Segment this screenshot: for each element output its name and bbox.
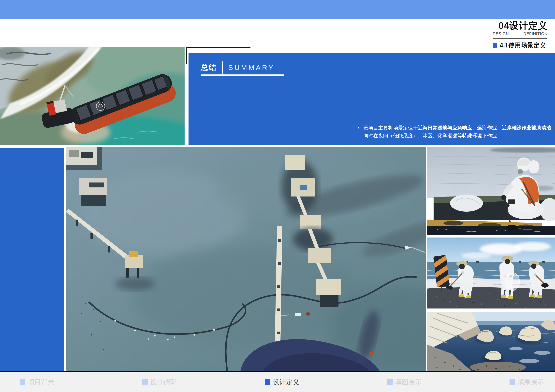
oiled-rocky-shore-photo	[427, 312, 555, 371]
section-heading: 4.1使用场景定义	[493, 41, 548, 50]
left-accent-panel	[0, 148, 64, 371]
nav-item-label: 项目背景	[28, 377, 54, 387]
bullet-icon: •	[358, 124, 363, 132]
shipwreck-aerial-photo	[0, 47, 185, 145]
nav-marker-icon	[142, 379, 148, 385]
nav-item-results-display[interactable]: 成果展示	[510, 372, 544, 392]
nav-item-label: 设计调研	[150, 377, 177, 387]
section-marker-icon	[493, 43, 497, 48]
summary-title-zh: 总结	[201, 62, 217, 73]
section-heading-label: 4.1使用场景定义	[500, 41, 546, 50]
oil-boom-harbor-photo	[66, 147, 426, 371]
summary-title-en: SUMMARY	[228, 64, 275, 72]
section-nav-bar: 项目背景 设计调研 设计定义 草图展示 成果展示	[0, 372, 555, 392]
summary-underline	[201, 74, 284, 76]
vertical-divider	[222, 61, 223, 74]
nav-item-design-research[interactable]: 设计调研	[142, 372, 177, 392]
beach-cleanup-workers-photo	[427, 238, 555, 308]
header-divider	[493, 38, 548, 38]
subtitle-word-design: DESIGN	[493, 31, 509, 36]
boat-cleanup-worker-photo	[427, 147, 555, 235]
summary-points: •该项目主要将场景定位于近海日常巡航与应急响应、远海作业、近岸滩涂作业辅助清洁 …	[358, 124, 551, 140]
nav-item-sketch-display[interactable]: 草图展示	[387, 372, 422, 392]
nav-item-label: 草图展示	[395, 377, 422, 387]
page-title: 04设计定义	[493, 21, 548, 30]
nav-item-project-background[interactable]: 项目背景	[20, 372, 54, 392]
summary-bullet-line: 同时在夜间（低能见度）、冰区、化学泄漏等特殊环境下作业	[358, 132, 551, 140]
summary-heading: 总结 SUMMARY	[201, 61, 275, 74]
nav-item-label: 成果展示	[518, 377, 544, 387]
nav-item-design-definition[interactable]: 设计定义	[265, 372, 299, 392]
summary-line-2: 同时在夜间（低能见度）、冰区、化学泄漏等特殊环境下作业	[363, 133, 497, 138]
nav-marker-icon	[265, 379, 270, 385]
page-header: 04设计定义 DESIGN DEFINITION 4.1使用场景定义	[493, 21, 548, 50]
nav-marker-icon	[510, 379, 515, 385]
subtitle-word-definition: DEFINITION	[523, 31, 548, 36]
page-subtitle: DESIGN DEFINITION	[493, 31, 548, 36]
summary-bullet-line: •该项目主要将场景定位于近海日常巡航与应急响应、远海作业、近岸滩涂作业辅助清洁	[358, 124, 551, 132]
summary-line-1: 该项目主要将场景定位于近海日常巡航与应急响应、远海作业、近岸滩涂作业辅助清洁	[363, 125, 551, 131]
top-accent-bar	[0, 0, 555, 19]
nav-marker-icon	[20, 379, 25, 385]
nav-marker-icon	[387, 379, 393, 385]
summary-panel: 总结 SUMMARY •该项目主要将场景定位于近海日常巡航与应急响应、远海作业、…	[189, 53, 555, 145]
nav-item-label: 设计定义	[273, 377, 299, 387]
